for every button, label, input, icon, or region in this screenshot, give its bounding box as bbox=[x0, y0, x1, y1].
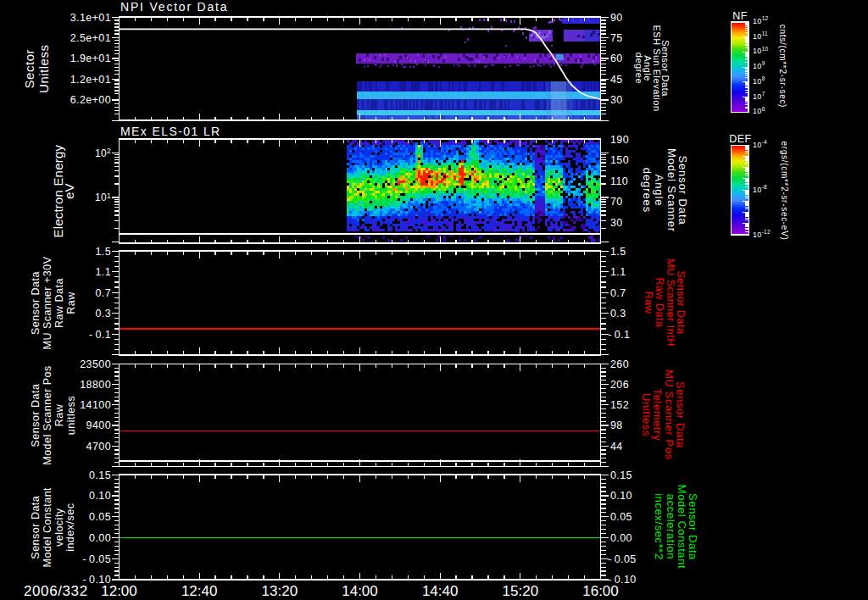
svg-text:0.00: 0.00 bbox=[89, 532, 111, 544]
svg-text:90: 90 bbox=[610, 12, 623, 24]
svg-text:- 0.05: - 0.05 bbox=[608, 553, 636, 565]
svg-text:0.7: 0.7 bbox=[95, 287, 111, 299]
svg-text:incex/sec**2: incex/sec**2 bbox=[653, 493, 665, 560]
svg-text:260: 260 bbox=[610, 358, 629, 370]
svg-text:3.1e+01: 3.1e+01 bbox=[70, 12, 111, 24]
svg-text:- 0.05: - 0.05 bbox=[83, 553, 111, 565]
svg-text:30: 30 bbox=[610, 94, 623, 106]
svg-text:degrees: degrees bbox=[641, 168, 654, 213]
svg-text:190: 190 bbox=[610, 134, 629, 146]
svg-text:110: 110 bbox=[610, 175, 628, 187]
svg-text:98: 98 bbox=[610, 419, 623, 431]
svg-text:- 0.1: - 0.1 bbox=[89, 329, 111, 341]
svg-text:6.2e+00: 6.2e+00 bbox=[70, 94, 111, 106]
svg-text:0.3: 0.3 bbox=[95, 308, 111, 319]
svg-text:0.3: 0.3 bbox=[610, 308, 626, 319]
svg-text:0.10: 0.10 bbox=[89, 490, 111, 502]
svg-text:Raw: Raw bbox=[53, 403, 65, 426]
svg-text:30: 30 bbox=[610, 217, 623, 229]
svg-text:acceleration: acceleration bbox=[665, 494, 677, 559]
svg-text:degree: degree bbox=[634, 53, 644, 84]
svg-text:Sensor Data: Sensor Data bbox=[30, 496, 42, 559]
svg-text:Raw Data: Raw Data bbox=[53, 278, 65, 328]
svg-text:14:40: 14:40 bbox=[422, 583, 459, 599]
svg-text:0.10: 0.10 bbox=[610, 490, 632, 502]
svg-text:44: 44 bbox=[610, 441, 623, 453]
svg-text:Model Scanner: Model Scanner bbox=[665, 148, 678, 232]
svg-text:206: 206 bbox=[610, 379, 629, 391]
svg-text:23500: 23500 bbox=[80, 358, 111, 370]
svg-text:0.15: 0.15 bbox=[89, 469, 111, 481]
svg-text:14:00: 14:00 bbox=[342, 583, 378, 599]
svg-text:150: 150 bbox=[610, 154, 629, 166]
svg-text:MU Scanner IntH: MU Scanner IntH bbox=[665, 258, 676, 346]
svg-text:ergs/(cm**2-sr-sec-eV): ergs/(cm**2-sr-sec-eV) bbox=[780, 141, 789, 240]
svg-text:1.1: 1.1 bbox=[610, 266, 626, 278]
svg-text:45: 45 bbox=[610, 74, 623, 86]
svg-text:NPI Vector Data: NPI Vector Data bbox=[120, 0, 228, 14]
svg-text:Angle: Angle bbox=[653, 175, 665, 207]
svg-text:- 0.1: - 0.1 bbox=[608, 329, 630, 341]
svg-text:14100: 14100 bbox=[80, 399, 111, 411]
svg-text:Unitless: Unitless bbox=[36, 45, 51, 93]
svg-text:1.2e+01: 1.2e+01 bbox=[70, 74, 111, 86]
svg-text:15:20: 15:20 bbox=[503, 583, 539, 599]
svg-text:2006/332: 2006/332 bbox=[24, 583, 88, 599]
svg-text:60: 60 bbox=[610, 53, 623, 64]
svg-text:1.5: 1.5 bbox=[610, 246, 626, 258]
svg-text:MEx ELS-01 LR: MEx ELS-01 LR bbox=[120, 125, 221, 138]
svg-text:0.00: 0.00 bbox=[610, 532, 632, 544]
svg-text:1.1: 1.1 bbox=[95, 266, 111, 278]
svg-text:152: 152 bbox=[610, 399, 629, 411]
svg-text:Raw: Raw bbox=[643, 292, 654, 314]
svg-text:eV: eV bbox=[62, 183, 76, 199]
svg-text:0.7: 0.7 bbox=[610, 287, 626, 299]
svg-text:MU Scanner +30V: MU Scanner +30V bbox=[42, 256, 53, 349]
svg-text:13:20: 13:20 bbox=[262, 583, 298, 599]
svg-text:NF: NF bbox=[732, 10, 748, 22]
svg-text:cnts/(cm**2-sr-sec): cnts/(cm**2-sr-sec) bbox=[778, 25, 787, 108]
svg-text:9400: 9400 bbox=[86, 419, 111, 431]
svg-text:Raw: Raw bbox=[65, 292, 77, 314]
svg-text:velocity: velocity bbox=[53, 508, 65, 547]
svg-text:Model Scanner Pos: Model Scanner Pos bbox=[42, 365, 53, 465]
svg-text:Unitless: Unitless bbox=[640, 393, 653, 436]
svg-text:Sensor Data: Sensor Data bbox=[30, 271, 42, 335]
svg-text:Model Constant: Model Constant bbox=[42, 487, 53, 568]
svg-text:18800: 18800 bbox=[80, 379, 111, 391]
svg-text:70: 70 bbox=[610, 196, 623, 208]
svg-text:2.5e+01: 2.5e+01 bbox=[70, 32, 111, 44]
svg-text:1.9e+01: 1.9e+01 bbox=[70, 53, 111, 64]
svg-text:16:00: 16:00 bbox=[582, 583, 619, 599]
svg-text:0.15: 0.15 bbox=[610, 469, 632, 481]
svg-text:Sector: Sector bbox=[22, 49, 36, 88]
svg-text:12:40: 12:40 bbox=[181, 583, 218, 599]
svg-text:index/sec: index/sec bbox=[65, 503, 77, 552]
svg-text:0.05: 0.05 bbox=[89, 511, 111, 523]
svg-text:Sensor Data: Sensor Data bbox=[30, 384, 42, 447]
svg-text:75: 75 bbox=[610, 32, 623, 44]
svg-text:4700: 4700 bbox=[86, 441, 111, 453]
svg-text:1.5: 1.5 bbox=[95, 246, 111, 258]
svg-text:unitless: unitless bbox=[65, 396, 77, 435]
svg-text:12:00: 12:00 bbox=[101, 583, 137, 599]
svg-text:DEF: DEF bbox=[729, 133, 752, 145]
svg-text:0.05: 0.05 bbox=[610, 511, 632, 523]
